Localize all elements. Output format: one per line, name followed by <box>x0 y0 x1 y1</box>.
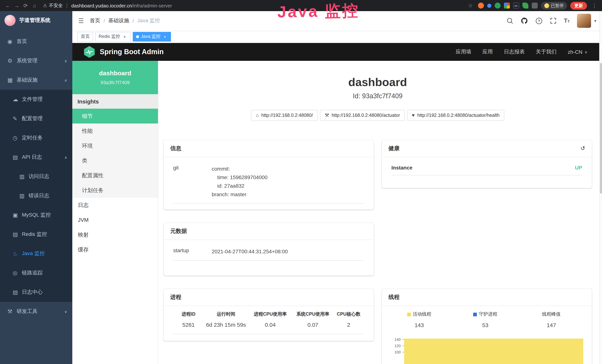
back-icon[interactable]: ← <box>4 1 12 10</box>
close-icon[interactable]: × <box>122 34 127 39</box>
health-card-title: 健康 <box>388 145 399 152</box>
sidebar-item-access-logs[interactable]: ▥ 访问日志 <box>0 167 72 186</box>
instance-url-button[interactable]: ⌂ http://192.168.0.2:48080/ <box>251 110 318 121</box>
sidebar-item-file-mgmt[interactable]: ☁ 文件管理 <box>0 90 72 109</box>
url-path: /infra/admin-server <box>132 3 172 8</box>
sidebar-item-java-monitor[interactable]: ♨ Java 监控 <box>0 244 72 263</box>
sba-menu-configprops[interactable]: 配置属性 <box>72 168 158 183</box>
help-icon[interactable]: ? <box>535 17 542 24</box>
app-logo[interactable]: 芋道管理系统 <box>0 11 72 30</box>
actuator-url-button[interactable]: ⚒ http://192.168.0.2:48080/actuator <box>320 110 405 121</box>
sba-nav-wall[interactable]: 应用墙 <box>456 49 471 55</box>
sidebar-item-config-mgmt[interactable]: ✎ 配置管理 <box>0 109 72 128</box>
sba-instance-header[interactable]: dashboard 93a3fc7f7409 <box>72 61 158 94</box>
sba-menu-jvm[interactable]: JVM <box>72 213 158 227</box>
chevron-up-icon: ∧ <box>64 155 67 159</box>
sba-sidebar: dashboard 93a3fc7f7409 Insights 细节 性能 环境… <box>72 61 158 364</box>
logo-avatar <box>4 15 16 26</box>
stat-process-cpu: 进程CPU使用率 0.04 <box>248 311 292 328</box>
sidebar-item-home[interactable]: ◉ 首页 <box>0 32 72 51</box>
site-security-button[interactable]: ⚠ 不安全 <box>43 2 63 9</box>
bookmark-star-icon[interactable]: ☆ <box>466 1 474 10</box>
page-title: dashboard <box>163 76 592 89</box>
sidebar-item-infrastructure[interactable]: ▦ 基础设施 ∧ <box>0 70 72 90</box>
spring-boot-admin-logo-icon <box>83 46 95 58</box>
home-icon[interactable]: ⌂ <box>30 1 39 10</box>
search-icon[interactable] <box>506 17 513 24</box>
gear-icon: ⚙ <box>7 57 17 64</box>
sba-nav-applications[interactable]: 应用 <box>483 49 493 55</box>
paused-badge[interactable]: 已暂停 <box>541 2 567 10</box>
sba-nav-journal[interactable]: 日志报表 <box>504 49 525 55</box>
security-label: 不安全 <box>49 2 63 9</box>
sidebar-item-redis-monitor[interactable]: ▤ Redis 监控 <box>0 225 72 244</box>
user-avatar[interactable] <box>577 14 591 28</box>
sba-brand[interactable]: Spring Boot Admin <box>83 46 164 58</box>
sidebar-item-tracing[interactable]: ◎ 链路追踪 <box>0 263 72 283</box>
sidebar-item-system-mgmt[interactable]: ⚙ 系统管理 ∨ <box>0 51 72 70</box>
chart-plot-area <box>404 336 584 364</box>
sba-menu-caches[interactable]: 缓存 <box>72 242 158 257</box>
extension-leaf-icon[interactable] <box>522 3 528 9</box>
warning-icon: ⚠ <box>43 3 47 8</box>
sba-menu-details[interactable]: 细节 <box>72 109 158 124</box>
stat-system-cpu: 系统CPU使用率 0.07 <box>292 311 333 328</box>
hamburger-icon[interactable]: ☰ <box>78 17 84 25</box>
sidebar-item-scheduled-jobs[interactable]: ◷ 定时任务 <box>0 128 72 148</box>
url-bar[interactable]: dashboard.yudao.iocoder.cn/infra/admin-s… <box>71 3 465 8</box>
spring-boot-admin: Spring Boot Admin 应用墙 应用 日志报表 关于我们 zh-CN… <box>72 43 602 364</box>
scrollbar-thumb[interactable] <box>600 63 602 193</box>
tag-home[interactable]: 首页 <box>77 32 93 41</box>
chevron-down-icon: ∨ <box>585 50 587 54</box>
process-card: 进程 进程ID 5261 运行时间 <box>163 289 374 341</box>
sba-nav-about[interactable]: 关于我们 <box>536 49 557 55</box>
sba-menu-logfile[interactable]: 日志 <box>72 198 158 213</box>
sba-language-select[interactable]: zh-CN ∨ <box>568 49 587 55</box>
metadata-card-title: 元数据 <box>170 228 187 235</box>
caret-down-icon[interactable]: ▾ <box>594 18 596 23</box>
instance-links: ⌂ http://192.168.0.2:48080/ ⚒ http://192… <box>163 110 592 121</box>
heart-icon: ♥ <box>412 112 415 118</box>
history-icon[interactable]: ↺ <box>580 145 585 152</box>
sidebar-item-error-logs[interactable]: ▥ 错误日志 <box>0 186 72 205</box>
sidebar-item-api-logs[interactable]: ▤ API 日志 ∧ <box>0 148 72 167</box>
legend-daemon-threads: 守护进程 53 <box>452 311 518 328</box>
extensions-puzzle-icon[interactable] <box>532 3 538 9</box>
stat-cpu-cores: CPU核心数 2 <box>333 311 364 328</box>
mysql-monitor-icon: ▣ <box>13 212 22 218</box>
forward-icon[interactable]: → <box>13 1 21 10</box>
extension-fox-icon[interactable] <box>478 3 484 9</box>
tags-view: 首页 Redis 监控 × Java 监控 × <box>72 30 602 43</box>
sba-nav: 应用墙 应用 日志报表 关于我们 zh-CN ∨ <box>456 49 602 55</box>
sba-menu-classes[interactable]: 类 <box>72 153 158 168</box>
tag-redis-monitor[interactable]: Redis 监控 × <box>95 32 130 41</box>
extension-green-icon[interactable] <box>494 3 500 9</box>
kebab-menu-icon[interactable]: ⋮ <box>590 1 599 10</box>
fullscreen-icon[interactable] <box>550 17 556 24</box>
font-size-icon[interactable]: TT <box>564 17 570 24</box>
sba-menu-mappings[interactable]: 映射 <box>72 227 158 242</box>
page-scrollbar[interactable] <box>599 11 602 364</box>
sba-menu-scheduled-tasks[interactable]: 计划任务 <box>72 183 158 198</box>
breadcrumb-section[interactable]: 基础设施 <box>108 17 129 24</box>
stat-uptime: 运行时间 6d 23h 15m 59s <box>204 311 248 328</box>
sidebar-item-dev-tools[interactable]: ⚒ 研发工具 ∨ <box>0 302 72 321</box>
paused-label: 已暂停 <box>551 3 564 8</box>
extension-on-icon[interactable]: on <box>513 3 519 9</box>
update-button[interactable]: 更新 <box>570 2 587 10</box>
daemon-threads-swatch <box>473 312 477 316</box>
tag-java-monitor[interactable]: Java 监控 × <box>133 32 171 41</box>
health-url-button[interactable]: ♥ http://192.168.0.2:48080/actuator/heal… <box>407 110 504 121</box>
breadcrumb-home[interactable]: 首页 <box>90 17 100 24</box>
sba-menu-metrics[interactable]: 性能 <box>72 124 158 138</box>
close-icon[interactable]: × <box>162 34 167 39</box>
reload-icon[interactable]: ⟳ <box>22 1 30 10</box>
extension-grid-icon[interactable] <box>504 3 510 9</box>
breadcrumb-separator: / <box>132 18 134 24</box>
sba-menu-environment[interactable]: 环境 <box>72 138 158 153</box>
sidebar-item-mysql-monitor[interactable]: ▣ MySQL 监控 <box>0 205 72 225</box>
extension-pin-icon[interactable] <box>487 3 491 8</box>
java-icon: ♨ <box>13 250 22 257</box>
github-icon[interactable] <box>520 17 528 24</box>
sidebar-item-log-center[interactable]: ▤ 日志中心 <box>0 283 72 302</box>
